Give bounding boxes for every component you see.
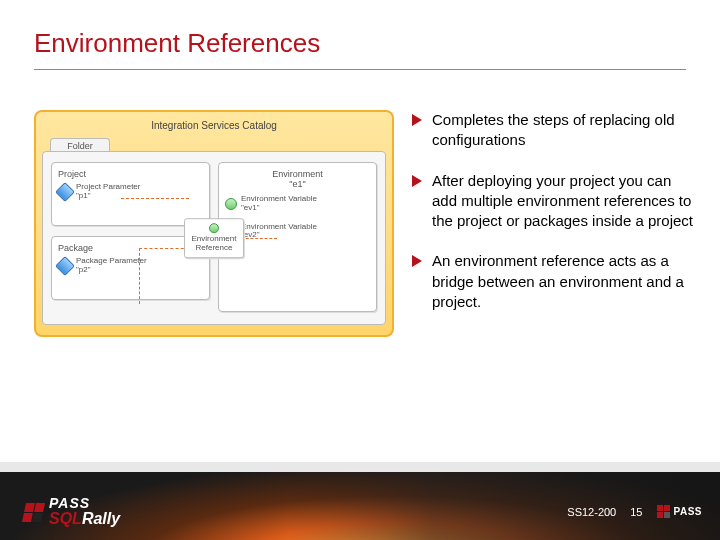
env-var1-name: "ev1"	[241, 204, 317, 213]
env-var-1: Environment Variable "ev1"	[225, 195, 370, 213]
bullet-text: An environment reference acts as a bridg…	[432, 251, 696, 312]
slide-title: Environment References	[0, 0, 720, 65]
triangle-bullet-icon	[412, 175, 422, 187]
brand-logo: PASS SQLRally	[24, 496, 120, 528]
triangle-bullet-icon	[412, 114, 422, 126]
catalog-title: Integration Services Catalog	[42, 118, 386, 137]
catalog-box: Integration Services Catalog Folder Proj…	[34, 110, 394, 337]
diamond-icon	[55, 182, 75, 202]
mini-brand: PASS	[657, 505, 703, 518]
project-param-name: "p1"	[76, 192, 140, 201]
project-box: Project Project Parameter "p1"	[51, 162, 210, 226]
logo-squares-icon	[22, 503, 45, 522]
bullet-item: An environment reference acts as a bridg…	[412, 251, 696, 312]
connector-line	[139, 248, 189, 249]
bullet-item: After deploying your project you can add…	[412, 171, 696, 232]
mini-brand-text: PASS	[674, 506, 703, 517]
bullet-item: Completes the steps of replacing old con…	[412, 110, 696, 151]
logo-squares-icon	[657, 505, 670, 518]
content-area: Integration Services Catalog Folder Proj…	[0, 70, 720, 337]
env-ref-label: Environment Reference	[192, 234, 237, 252]
footer-right: SS12-200 15 PASS	[567, 505, 702, 518]
diagram-column: Integration Services Catalog Folder Proj…	[34, 110, 394, 337]
bullet-text: After deploying your project you can add…	[432, 171, 696, 232]
triangle-bullet-icon	[412, 255, 422, 267]
footer: PASS SQLRally SS12-200 15 PASS	[0, 462, 720, 540]
package-param-name: "p2"	[76, 266, 147, 275]
circle-icon	[209, 223, 219, 233]
circle-icon	[225, 198, 237, 210]
diamond-icon	[55, 256, 75, 276]
brand-sqlrally: SQLRally	[49, 510, 120, 527]
brand-pass: PASS	[49, 496, 120, 510]
connector-line	[139, 248, 140, 304]
env-ref-box: Environment Reference	[184, 218, 244, 258]
env-title: Environment "e1"	[225, 169, 370, 189]
connector-line	[241, 238, 277, 239]
bullets-column: Completes the steps of replacing old con…	[412, 110, 696, 337]
folder-tab: Folder	[50, 138, 110, 152]
connector-line	[121, 198, 189, 199]
logo-text: PASS SQLRally	[49, 496, 120, 528]
folder-box: Project Project Parameter "p1" Package	[42, 151, 386, 325]
project-title: Project	[58, 169, 203, 179]
package-param-item: Package Parameter "p2"	[58, 257, 203, 275]
bullet-text: Completes the steps of replacing old con…	[432, 110, 696, 151]
slide-number: 15	[630, 506, 642, 518]
slide-code: SS12-200	[567, 506, 616, 518]
